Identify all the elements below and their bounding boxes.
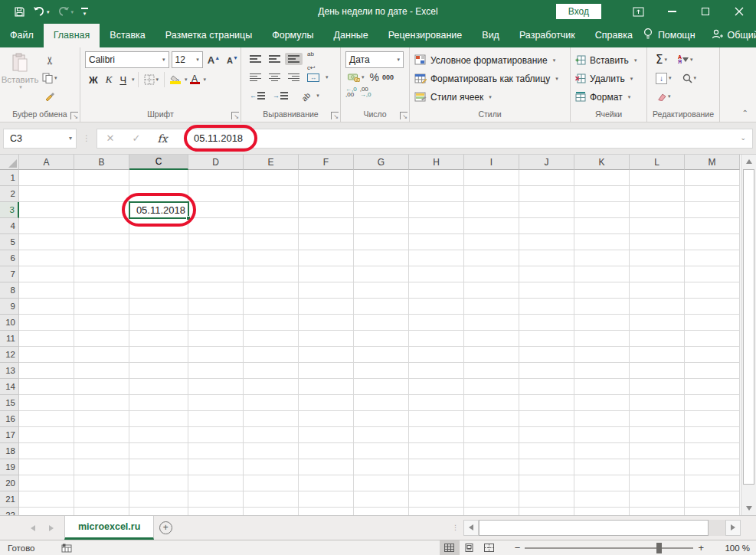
- cell-G16[interactable]: [354, 411, 409, 427]
- cell-H14[interactable]: [409, 379, 464, 395]
- cell-B15[interactable]: [74, 395, 129, 411]
- cell-E10[interactable]: [244, 315, 299, 331]
- orientation-caret[interactable]: ▾: [316, 93, 319, 99]
- cell-B7[interactable]: [74, 266, 129, 282]
- cell-E12[interactable]: [244, 347, 299, 363]
- cell-K12[interactable]: [574, 347, 630, 363]
- cell-L22[interactable]: [630, 508, 685, 515]
- cell-C17[interactable]: [129, 427, 188, 443]
- row-header-14[interactable]: 14: [0, 379, 19, 395]
- cell-L9[interactable]: [630, 299, 685, 315]
- row-header-1[interactable]: 1: [0, 170, 19, 186]
- cell-F2[interactable]: [299, 186, 354, 202]
- font-color-caret[interactable]: ▾: [204, 77, 207, 83]
- cell-B3[interactable]: [74, 202, 129, 218]
- cell-C19[interactable]: [129, 459, 188, 475]
- share-person-icon[interactable]: [711, 28, 723, 43]
- cell-E13[interactable]: [244, 363, 299, 379]
- cell-D20[interactable]: [188, 475, 244, 491]
- cell-L3[interactable]: [630, 202, 685, 218]
- cell-D19[interactable]: [188, 459, 244, 475]
- cut-button[interactable]: ✂: [40, 53, 60, 68]
- cell-I6[interactable]: [464, 250, 519, 266]
- name-box[interactable]: C3▾: [3, 129, 77, 149]
- cell-C15[interactable]: [129, 395, 188, 411]
- fill-button[interactable]: ↓▾: [653, 71, 674, 86]
- cell-G19[interactable]: [354, 459, 409, 475]
- cell-F7[interactable]: [299, 266, 354, 282]
- cell-G18[interactable]: [354, 443, 409, 459]
- cell-A12[interactable]: [19, 347, 74, 363]
- cell-G22[interactable]: [354, 508, 409, 515]
- cell-C21[interactable]: [129, 491, 188, 508]
- row-header-10[interactable]: 10: [0, 315, 19, 331]
- cell-F19[interactable]: [299, 459, 354, 475]
- accounting-format-button[interactable]: ▾: [345, 72, 367, 83]
- cell-D12[interactable]: [188, 347, 244, 363]
- align-bottom-button[interactable]: [285, 53, 303, 65]
- cell-L20[interactable]: [630, 475, 685, 491]
- cell-L13[interactable]: [630, 363, 685, 379]
- cell-M6[interactable]: [685, 250, 740, 266]
- row-header-4[interactable]: 4: [0, 218, 19, 234]
- cell-C5[interactable]: [129, 234, 188, 250]
- cell-C8[interactable]: [129, 282, 188, 299]
- cell-K18[interactable]: [574, 443, 630, 459]
- zoom-in-button[interactable]: +: [693, 542, 709, 553]
- zoom-slider-thumb[interactable]: [656, 543, 662, 553]
- column-header-M[interactable]: M: [685, 155, 740, 170]
- number-format-combobox[interactable]: Дата▾: [345, 51, 404, 68]
- undo-caret[interactable]: ▾: [47, 9, 50, 15]
- cell-E15[interactable]: [244, 395, 299, 411]
- cell-I2[interactable]: [464, 186, 519, 202]
- cell-H7[interactable]: [409, 266, 464, 282]
- number-dialog-launcher-icon[interactable]: ↘: [400, 112, 407, 119]
- cell-M13[interactable]: [685, 363, 740, 379]
- cell-B21[interactable]: [74, 491, 129, 508]
- cell-J7[interactable]: [519, 266, 574, 282]
- row-header-7[interactable]: 7: [0, 266, 19, 282]
- cell-G5[interactable]: [354, 234, 409, 250]
- cell-D7[interactable]: [188, 266, 244, 282]
- orientation-button[interactable]: ab: [299, 87, 313, 104]
- cell-D22[interactable]: [188, 508, 244, 515]
- cell-A4[interactable]: [19, 218, 74, 234]
- cell-J4[interactable]: [519, 218, 574, 234]
- vertical-scrollbar[interactable]: [741, 155, 756, 515]
- cell-H21[interactable]: [409, 491, 464, 508]
- cell-L14[interactable]: [630, 379, 685, 395]
- cell-H4[interactable]: [409, 218, 464, 234]
- format-as-table-button[interactable]: Форматировать как таблицу▾: [414, 70, 570, 87]
- tab-Вставка[interactable]: Вставка: [100, 24, 155, 47]
- cell-L4[interactable]: [630, 218, 685, 234]
- cell-G10[interactable]: [354, 315, 409, 331]
- cell-C22[interactable]: [129, 508, 188, 515]
- cell-A21[interactable]: [19, 491, 74, 508]
- row-header-11[interactable]: 11: [0, 331, 19, 347]
- vertical-scroll-thumb[interactable]: [743, 169, 754, 485]
- shrink-font-button[interactable]: A▼: [224, 55, 241, 65]
- cell-G12[interactable]: [354, 347, 409, 363]
- cell-E8[interactable]: [244, 282, 299, 299]
- cell-E6[interactable]: [244, 250, 299, 266]
- zoom-out-button[interactable]: −: [510, 542, 525, 553]
- underline-caret[interactable]: ▾: [132, 77, 135, 83]
- cell-F8[interactable]: [299, 282, 354, 299]
- share-label[interactable]: Общий доступ: [728, 23, 756, 47]
- cell-L1[interactable]: [630, 170, 685, 186]
- cell-L8[interactable]: [630, 282, 685, 299]
- cell-L11[interactable]: [630, 331, 685, 347]
- row-header-13[interactable]: 13: [0, 363, 19, 379]
- font-size-combobox[interactable]: 12▾: [172, 51, 203, 68]
- insert-cells-button[interactable]: Вставить▾: [575, 51, 646, 69]
- minimize-button[interactable]: [655, 0, 689, 23]
- cell-A8[interactable]: [19, 282, 74, 299]
- cell-K22[interactable]: [574, 508, 630, 515]
- cell-J21[interactable]: [519, 491, 574, 508]
- cell-F21[interactable]: [299, 491, 354, 508]
- cell-J5[interactable]: [519, 234, 574, 250]
- cell-M14[interactable]: [685, 379, 740, 395]
- cell-J19[interactable]: [519, 459, 574, 475]
- macro-record-icon[interactable]: [61, 544, 72, 553]
- cell-G3[interactable]: [354, 202, 409, 218]
